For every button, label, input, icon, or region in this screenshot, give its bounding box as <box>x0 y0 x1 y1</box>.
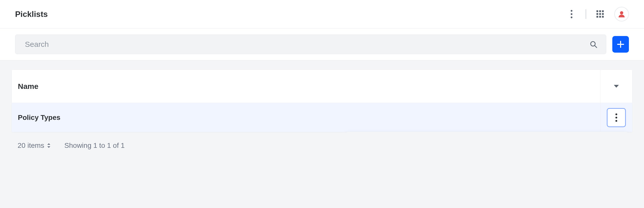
svg-rect-11 <box>602 16 604 18</box>
cell-actions <box>600 103 632 132</box>
svg-rect-6 <box>596 13 598 15</box>
app-header: Picklists <box>0 0 644 28</box>
svg-point-0 <box>571 10 573 12</box>
user-icon <box>618 11 625 18</box>
pagination-bar: 20 items Showing 1 to 1 of 1 <box>12 132 632 159</box>
svg-point-1 <box>571 13 573 15</box>
search-input[interactable] <box>24 40 588 49</box>
content-area: Name Policy Types <box>0 60 644 159</box>
svg-line-14 <box>595 46 597 48</box>
user-avatar[interactable] <box>614 7 629 21</box>
page-size-selector[interactable]: 20 items <box>18 142 51 150</box>
page-size-label: 20 items <box>18 142 44 150</box>
header-overflow-menu[interactable] <box>564 7 579 22</box>
separator <box>586 9 586 19</box>
svg-rect-3 <box>596 10 598 12</box>
apps-menu-button[interactable] <box>593 7 608 22</box>
column-header-name[interactable]: Name <box>12 70 600 103</box>
add-button[interactable] <box>612 36 629 53</box>
page-title: Picklists <box>15 10 48 19</box>
search-button[interactable] <box>588 39 599 50</box>
svg-rect-4 <box>599 10 601 12</box>
svg-point-19 <box>615 120 617 122</box>
plus-icon <box>617 40 625 48</box>
row-actions-menu: View Delete <box>346 132 628 132</box>
svg-rect-7 <box>599 13 601 15</box>
table-header-row: Name <box>12 70 632 103</box>
svg-rect-5 <box>602 10 604 12</box>
pagination-summary: Showing 1 to 1 of 1 <box>64 142 125 150</box>
data-card: Name Policy Types <box>12 70 632 132</box>
magnifier-icon <box>590 41 597 48</box>
svg-rect-8 <box>602 13 604 15</box>
toolbar <box>0 28 644 60</box>
kebab-icon <box>615 113 618 122</box>
search-box <box>15 34 606 54</box>
svg-rect-10 <box>599 16 601 18</box>
cell-name: Policy Types <box>12 103 600 132</box>
row-actions-button[interactable] <box>607 108 626 127</box>
kebab-icon <box>570 10 573 18</box>
svg-point-17 <box>615 113 617 115</box>
apps-grid-icon <box>596 10 604 18</box>
header-actions <box>564 7 629 22</box>
caret-down-icon <box>614 85 619 88</box>
sort-caret-icon <box>47 143 51 148</box>
svg-point-2 <box>571 17 573 18</box>
svg-point-12 <box>620 11 623 15</box>
svg-rect-9 <box>596 16 598 18</box>
table-row[interactable]: Policy Types <box>12 103 632 132</box>
column-header-actions[interactable] <box>600 70 632 103</box>
svg-point-18 <box>615 117 617 118</box>
